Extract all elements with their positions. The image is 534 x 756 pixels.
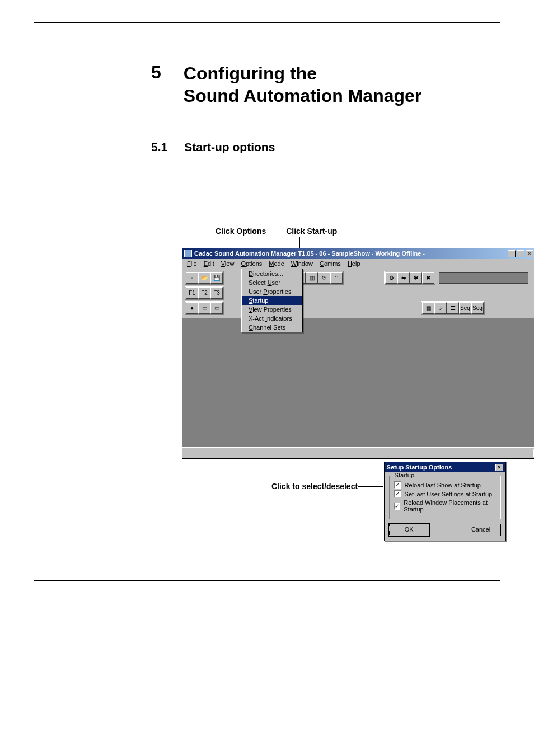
menu-item-channel-sets[interactable]: Channel Sets — [242, 323, 302, 332]
toolbar-display-panel — [439, 272, 528, 284]
menu-edit[interactable]: Edit — [200, 260, 218, 267]
menu-help[interactable]: Help — [344, 260, 364, 267]
minimize-button[interactable]: _ — [508, 250, 516, 257]
toolbar-seq-c-icon[interactable]: ☰ — [447, 302, 459, 314]
chapter-title-line1: Configuring the — [184, 62, 421, 84]
dialog-titlebar[interactable]: Setup Startup Options × — [385, 462, 505, 472]
menu-item-select-user[interactable]: Select User — [242, 278, 302, 287]
callout-click-startup: Click Start-up — [286, 227, 337, 236]
menu-file[interactable]: File — [184, 260, 200, 267]
startup-options-dialog: Setup Startup Options × Startup ✓ Reload… — [384, 462, 506, 541]
toolbar-seq-e-icon[interactable]: Seq — [471, 302, 484, 314]
toolbar-seq-b-icon[interactable]: ♪ — [434, 302, 447, 314]
chapter-heading: 5 Configuring the Sound Automation Manag… — [151, 62, 506, 107]
menu-bar: File Edit View Options Mode Window Comms… — [182, 259, 534, 269]
toolbar-open-icon[interactable]: 📂 — [198, 272, 210, 284]
toolbar-button-d-icon[interactable]: ∷ — [330, 272, 343, 284]
toolbar-f2-icon[interactable]: F2 — [198, 287, 210, 299]
menu-options[interactable]: Options — [237, 260, 265, 267]
toolbar-tool3-icon[interactable]: ✱ — [410, 272, 422, 284]
chapter-title-line2: Sound Automation Manager — [184, 84, 421, 107]
cancel-button[interactable]: Cancel — [461, 524, 501, 536]
toolbar-list2-icon[interactable]: ▭ — [210, 302, 223, 314]
callout-leader-lines — [182, 237, 506, 248]
toolbar-new-icon[interactable]: ▫ — [186, 272, 198, 284]
toolbar-record-icon[interactable]: ● — [186, 302, 198, 314]
ok-button[interactable]: OK — [389, 524, 429, 536]
checkbox-label-reload-window-placements: Reload Window Placements at Startup — [404, 499, 496, 513]
client-area — [182, 318, 534, 447]
toolbar-button-c-icon[interactable]: ⟳ — [318, 272, 330, 284]
toolbar-tool2-icon[interactable]: ⇆ — [397, 272, 410, 284]
checkbox-reload-window-placements[interactable]: ✓ — [394, 503, 401, 510]
dialog-close-button[interactable]: × — [495, 464, 503, 471]
toolbar-list1-icon[interactable]: ▭ — [198, 302, 210, 314]
menu-mode[interactable]: Mode — [265, 260, 288, 267]
callout-select-deselect: Click to select/deselect — [271, 482, 358, 491]
toolbar-area: ▫ 📂 💾 ▤ ▥ ⟳ ∷ ⚙ — [182, 269, 534, 318]
chapter-number: 5 — [151, 62, 161, 83]
menu-item-startup[interactable]: Startup — [242, 296, 302, 305]
toolbar-tool1-icon[interactable]: ⚙ — [385, 272, 397, 284]
menu-item-user-properties[interactable]: User Properties — [242, 287, 302, 296]
checkbox-reload-last-show[interactable]: ✓ — [394, 481, 401, 489]
menu-view[interactable]: View — [218, 260, 238, 267]
section-heading: 5.1 Start-up options — [151, 140, 506, 154]
status-pane-2 — [400, 449, 534, 457]
toolbar-seq-d-icon[interactable]: Seq — [459, 302, 471, 314]
menu-comms[interactable]: Comms — [316, 260, 344, 267]
status-pane-1 — [184, 449, 397, 457]
groupbox-label: Startup — [393, 472, 416, 478]
checkbox-label-set-last-user-settings: Set last User Settings at Startup — [405, 491, 493, 497]
startup-groupbox: Startup ✓ Reload last Show at Startup ✓ … — [389, 476, 501, 519]
window-title: Cadac Sound Automation Manager T1.05 - 0… — [194, 250, 425, 257]
callout-click-options: Click Options — [216, 227, 266, 236]
menu-item-directories[interactable]: Directories... — [242, 269, 302, 278]
app-icon — [184, 250, 192, 257]
checkbox-label-reload-last-show: Reload last Show at Startup — [405, 482, 481, 489]
status-bar — [182, 447, 534, 458]
options-dropdown-menu: Directories... Select User User Properti… — [241, 269, 303, 332]
checkbox-set-last-user-settings[interactable]: ✓ — [394, 490, 401, 497]
menu-window[interactable]: Window — [288, 260, 316, 267]
application-window: Cadac Sound Automation Manager T1.05 - 0… — [182, 248, 534, 459]
maximize-button[interactable]: □ — [517, 250, 524, 257]
section-number: 5.1 — [151, 140, 167, 154]
toolbar-button-b-icon[interactable]: ▥ — [306, 272, 318, 284]
close-button[interactable]: × — [526, 250, 533, 257]
menu-item-view-properties[interactable]: View Properties — [242, 305, 302, 314]
figure: Click Options Click Start-up Cadac Sound… — [182, 227, 506, 541]
window-titlebar[interactable]: Cadac Sound Automation Manager T1.05 - 0… — [182, 248, 534, 259]
toolbar-tool4-icon[interactable]: ✖ — [422, 272, 434, 284]
section-title: Start-up options — [184, 140, 275, 154]
toolbar-f1-icon[interactable]: F1 — [186, 287, 198, 299]
toolbar-f3-icon[interactable]: F3 — [210, 287, 223, 299]
footer-rule — [34, 580, 500, 581]
toolbar-save-icon[interactable]: 💾 — [210, 272, 223, 284]
menu-item-xact-indicators[interactable]: X-Act Indicators — [242, 314, 302, 323]
header-rule — [34, 22, 500, 23]
dialog-title: Setup Startup Options — [387, 464, 452, 471]
toolbar-seq-a-icon[interactable]: ▦ — [422, 302, 434, 314]
leader-line — [358, 486, 383, 487]
